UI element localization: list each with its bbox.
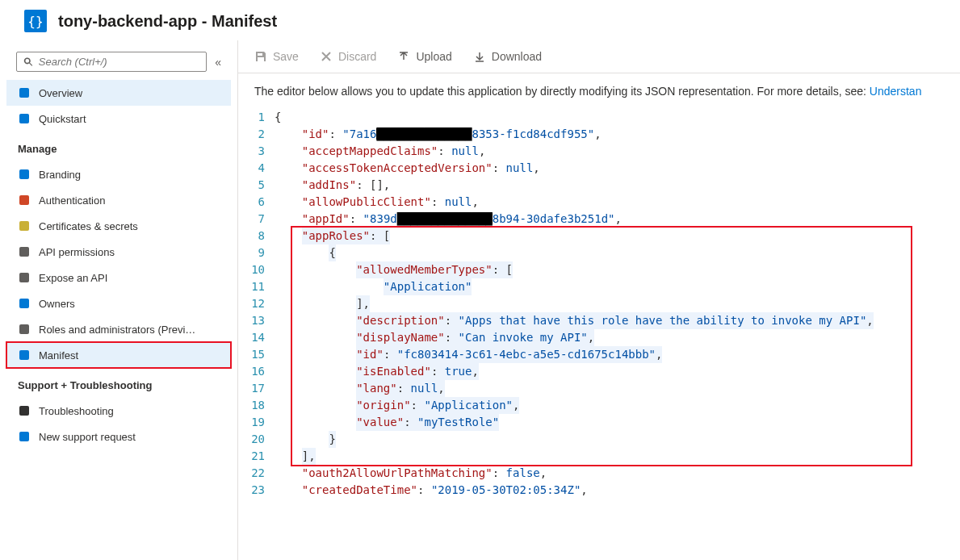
- sidebar-item-troubleshooting[interactable]: Troubleshooting: [6, 398, 231, 424]
- sidebar: « OverviewQuickstart Manage BrandingAuth…: [0, 40, 238, 560]
- code-line[interactable]: {: [275, 244, 960, 261]
- sidebar-item-branding[interactable]: Branding: [6, 161, 231, 187]
- main-panel: Save Discard Upload Download The editor …: [238, 40, 960, 560]
- sidebar-item-label: Roles and administrators (Previ…: [39, 324, 195, 336]
- upload-label: Upload: [416, 50, 451, 63]
- sidebar-item-certificates-secrets[interactable]: Certificates & secrets: [6, 213, 231, 239]
- sidebar-item-authentication[interactable]: Authentication: [6, 187, 231, 213]
- code-line[interactable]: "lang": null,: [275, 380, 960, 397]
- svg-rect-11: [19, 432, 29, 441]
- code-line[interactable]: "origin": "Application",: [275, 397, 960, 414]
- download-button[interactable]: Download: [473, 50, 542, 63]
- discard-label: Discard: [338, 50, 376, 63]
- code-line[interactable]: ],: [275, 448, 960, 465]
- sidebar-item-label: New support request: [39, 431, 136, 443]
- upload-button[interactable]: Upload: [397, 50, 451, 63]
- app-icon: {}: [24, 10, 47, 32]
- code-line[interactable]: "allowedMemberTypes": [: [275, 261, 960, 278]
- code-line[interactable]: }: [275, 431, 960, 448]
- discard-icon: [320, 50, 333, 63]
- sidebar-item-new-support-request[interactable]: New support request: [6, 424, 231, 449]
- sidebar-item-quickstart[interactable]: Quickstart: [6, 106, 231, 132]
- code-line[interactable]: ],: [275, 295, 960, 312]
- support-icon: [18, 430, 31, 443]
- sidebar-item-owners[interactable]: Owners: [6, 290, 231, 316]
- svg-rect-5: [19, 247, 29, 257]
- sidebar-item-overview[interactable]: Overview: [6, 80, 231, 106]
- sidebar-item-label: Certificates & secrets: [39, 220, 138, 232]
- line-gutter: 1234567891011121314151617181920212223: [238, 109, 275, 560]
- search-box[interactable]: [16, 52, 207, 72]
- sidebar-item-expose-an-api[interactable]: Expose an API: [6, 265, 231, 290]
- code-line[interactable]: "isEnabled": true,: [275, 363, 960, 380]
- description-link[interactable]: Understan: [870, 85, 922, 98]
- section-support: Support + Troubleshooting: [6, 368, 231, 398]
- svg-rect-9: [19, 350, 29, 360]
- quickstart-icon: [18, 112, 31, 125]
- code-line[interactable]: "createdDateTime": "2019-05-30T02:05:34Z…: [275, 482, 960, 499]
- svg-rect-8: [19, 324, 29, 334]
- description: The editor below allows you to update th…: [238, 73, 960, 109]
- code-line[interactable]: "appRoles": [: [275, 228, 960, 244]
- auth-icon: [18, 194, 31, 207]
- owners-icon: [18, 297, 31, 310]
- sidebar-item-manifest[interactable]: Manifest: [6, 342, 231, 368]
- sidebar-item-roles-and-administrators-previ-[interactable]: Roles and administrators (Previ…: [6, 316, 231, 342]
- json-editor[interactable]: 1234567891011121314151617181920212223 { …: [238, 109, 960, 560]
- search-row: «: [6, 48, 231, 80]
- save-button[interactable]: Save: [254, 50, 299, 63]
- cert-icon: [18, 219, 31, 232]
- description-text: The editor below allows you to update th…: [254, 85, 870, 98]
- code-line[interactable]: "appId": "839d██████████████8b94-30dafe3…: [275, 211, 960, 228]
- code-area[interactable]: { "id": "7a16██████████████8353-f1cd84cd…: [275, 109, 960, 560]
- upload-icon: [397, 50, 410, 63]
- sidebar-item-label: Manifest: [39, 349, 78, 361]
- toolbar: Save Discard Upload Download: [238, 40, 960, 73]
- discard-button[interactable]: Discard: [320, 50, 376, 63]
- code-line[interactable]: "description": "Apps that have this role…: [275, 312, 960, 329]
- page-title: tony-backend-app - Manifest: [58, 12, 277, 31]
- sidebar-item-label: Authentication: [39, 194, 105, 207]
- page-header: {} tony-backend-app - Manifest: [0, 0, 960, 40]
- sidebar-item-label: Owners: [39, 298, 75, 310]
- sidebar-item-label: API permissions: [39, 246, 115, 258]
- code-line[interactable]: "Application": [275, 278, 960, 295]
- code-line[interactable]: "accessTokenAcceptedVersion": null,: [275, 160, 960, 177]
- download-icon: [473, 50, 486, 63]
- sidebar-item-label: Overview: [39, 87, 82, 99]
- svg-rect-10: [19, 406, 29, 416]
- sidebar-item-label: Branding: [39, 169, 81, 181]
- code-line[interactable]: "oauth2AllowUrlPathMatching": false,: [275, 465, 960, 482]
- svg-rect-3: [19, 195, 29, 205]
- code-line[interactable]: "id": "7a16██████████████8353-f1cd84cdf9…: [275, 126, 960, 143]
- collapse-sidebar-icon[interactable]: «: [215, 56, 221, 69]
- content-body: « OverviewQuickstart Manage BrandingAuth…: [0, 40, 960, 560]
- svg-rect-0: [19, 88, 29, 98]
- save-icon: [254, 50, 267, 63]
- overview-icon: [18, 86, 31, 99]
- svg-rect-6: [19, 273, 29, 282]
- roles-icon: [18, 323, 31, 336]
- code-line[interactable]: "id": "fc803414-3c61-4ebc-a5e5-cd1675c14…: [275, 346, 960, 363]
- svg-rect-1: [19, 114, 29, 123]
- code-line[interactable]: {: [275, 109, 960, 126]
- branding-icon: [18, 168, 31, 181]
- search-input[interactable]: [39, 56, 199, 68]
- sidebar-item-api-permissions[interactable]: API permissions: [6, 239, 231, 265]
- code-line[interactable]: "addIns": [],: [275, 177, 960, 194]
- code-line[interactable]: "displayName": "Can invoke my API",: [275, 329, 960, 346]
- svg-rect-7: [19, 299, 29, 308]
- code-line[interactable]: "allowPublicClient": null,: [275, 194, 960, 211]
- svg-rect-4: [19, 221, 29, 231]
- manifest-icon: [18, 349, 31, 361]
- section-manage: Manage: [6, 132, 231, 161]
- sidebar-item-label: Expose an API: [39, 272, 107, 284]
- code-line[interactable]: "acceptMappedClaims": null,: [275, 143, 960, 160]
- download-label: Download: [492, 50, 542, 63]
- code-line[interactable]: "value": "myTestRole": [275, 414, 960, 431]
- search-icon: [23, 56, 34, 68]
- expose-api-icon: [18, 271, 31, 284]
- api-perm-icon: [18, 245, 31, 258]
- sidebar-item-label: Quickstart: [39, 113, 86, 125]
- save-label: Save: [273, 50, 299, 63]
